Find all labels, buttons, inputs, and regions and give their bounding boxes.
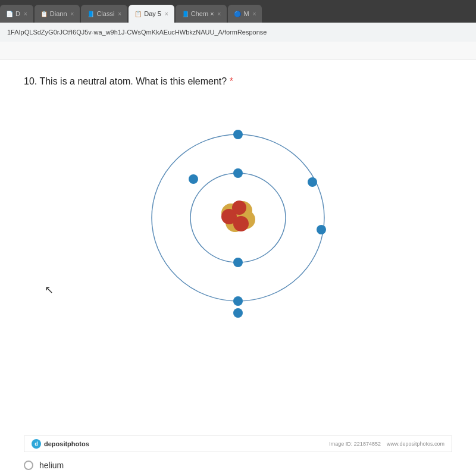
electron-outer-3 <box>317 225 326 234</box>
tab-close-d[interactable]: × <box>24 11 27 17</box>
tab-icon-d: 📄 <box>6 11 13 17</box>
browser-frame: 📄 D × 📋 Diann × 📘 Classi × 📋 Day 5 × 📘 C… <box>0 0 476 476</box>
tab-icon-m: 🔵 <box>234 11 241 17</box>
tab-diann[interactable]: 📋 Diann × <box>35 5 80 23</box>
tab-icon-classi: 📘 <box>87 11 94 17</box>
electron-inner-2 <box>233 258 243 267</box>
nucleus-proton-3 <box>232 201 246 215</box>
electron-outer-4 <box>189 174 198 184</box>
atom-svg <box>137 111 339 325</box>
depositphotos-website: www.depositphotos.com <box>387 441 444 447</box>
image-id: Image ID: 221874852 <box>329 441 381 447</box>
tab-icon-chem: 📘 <box>181 11 189 17</box>
electron-outer-2 <box>308 177 317 187</box>
top-spacer <box>0 42 476 60</box>
depositphotos-icon: d <box>32 439 41 449</box>
electron-outer-1 <box>233 130 243 139</box>
tab-icon-diann: 📋 <box>40 11 48 17</box>
page-content: 10. This is a neutral atom. What is this… <box>0 42 476 476</box>
tab-label-chem: Chem × <box>191 10 214 17</box>
address-bar[interactable]: 1FAIpQLSdZyG0rJCtfI6QJ5v-wa_w9h1J-CWsQmK… <box>0 23 476 42</box>
tab-d[interactable]: 📄 D × <box>0 5 33 23</box>
radio-helium[interactable] <box>24 461 33 470</box>
image-id-text: Image ID: 221874852 www.depositphotos.co… <box>329 441 444 447</box>
question-body: This is a neutral atom. What is this ele… <box>39 76 227 86</box>
tab-label-d: D <box>15 10 20 17</box>
tab-chem[interactable]: 📘 Chem × × <box>176 5 227 23</box>
cursor-arrow: ↖ <box>45 283 54 296</box>
electron-outer-5 <box>233 296 243 306</box>
tab-close-classi[interactable]: × <box>118 11 121 17</box>
tab-close-day5[interactable]: × <box>165 11 168 17</box>
tab-classi[interactable]: 📘 Classi × <box>81 5 127 23</box>
question-text: 10. This is a neutral atom. What is this… <box>24 76 452 87</box>
question-area: 10. This is a neutral atom. What is this… <box>0 60 476 436</box>
tab-label-m: M <box>243 10 249 17</box>
depositphotos-brand: depositphotos <box>44 440 89 447</box>
electron-outer-6 <box>233 308 243 318</box>
tab-close-m[interactable]: × <box>253 11 256 17</box>
electron-inner-1 <box>233 168 243 178</box>
tab-close-chem[interactable]: × <box>218 11 221 17</box>
depositphotos-bar: d depositphotos Image ID: 221874852 www.… <box>24 436 452 452</box>
tab-icon-day5: 📋 <box>134 11 142 17</box>
question-number: 10. <box>24 76 37 86</box>
tab-label-day5: Day 5 <box>144 10 161 17</box>
tab-m[interactable]: 🔵 M × <box>228 5 262 23</box>
address-text: 1FAIpQLSdZyG0rJCtfI6QJ5v-wa_w9h1J-CWsQmK… <box>7 29 267 36</box>
tab-close-diann[interactable]: × <box>71 11 74 17</box>
tab-day5[interactable]: 📋 Day 5 × <box>129 5 174 23</box>
answer-section: helium <box>0 452 476 476</box>
nucleus-proton-2 <box>233 216 249 231</box>
tab-label-diann: Diann <box>50 10 67 17</box>
tab-bar: 📄 D × 📋 Diann × 📘 Classi × 📋 Day 5 × 📘 C… <box>0 0 476 23</box>
answer-label-helium: helium <box>39 461 64 470</box>
required-star: * <box>230 76 233 86</box>
depositphotos-logo: d depositphotos <box>32 439 89 449</box>
atom-diagram: ↖ <box>24 99 452 337</box>
tab-label-classi: Classi <box>96 10 114 17</box>
